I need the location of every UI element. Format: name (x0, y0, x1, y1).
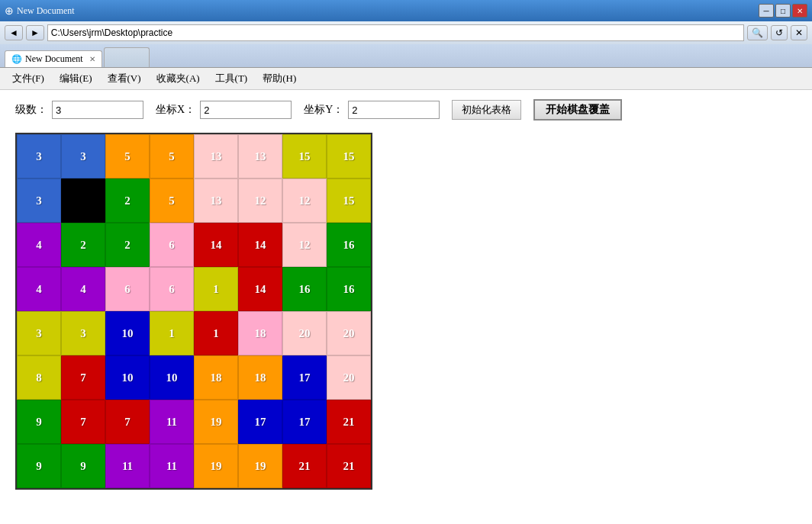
grid-cell[interactable]: 18 (238, 311, 282, 355)
cell-value: 3 (80, 327, 86, 340)
grid-cell[interactable]: 10 (150, 355, 194, 400)
grid-cell[interactable]: 18 (238, 355, 282, 400)
grid-cell[interactable]: 19 (238, 444, 282, 488)
grid-cell[interactable]: 20 (327, 355, 371, 400)
grid-cell[interactable]: 4 (61, 267, 105, 311)
grid-cell[interactable]: 6 (150, 267, 194, 311)
refresh-button[interactable]: ↺ (771, 25, 788, 40)
grid-cell[interactable]: 19 (194, 444, 238, 488)
grid-cell[interactable]: 21 (282, 444, 327, 488)
grid-cell[interactable]: 3 (17, 311, 61, 355)
grid-cell[interactable]: 1 (194, 311, 238, 355)
grid-cell[interactable]: 6 (150, 223, 194, 267)
stop-button[interactable]: ✕ (791, 25, 807, 40)
grid-cell[interactable]: 1 (150, 311, 194, 355)
grid-cell[interactable]: 19 (194, 400, 238, 444)
start-coverage-button[interactable]: 开始棋盘覆盖 (533, 99, 622, 121)
grid-cell[interactable]: 10 (105, 311, 150, 355)
grid-cell[interactable] (61, 178, 105, 223)
grid-cell[interactable]: 15 (282, 134, 327, 178)
grid-cell[interactable]: 7 (61, 400, 105, 444)
grid-cell[interactable]: 2 (105, 178, 150, 223)
grid-cell[interactable]: 5 (150, 134, 194, 178)
grid-cell[interactable]: 20 (327, 311, 371, 355)
grid-cell[interactable]: 12 (238, 178, 282, 223)
grid-cell[interactable]: 3 (17, 134, 61, 178)
maximize-button[interactable]: □ (775, 4, 791, 18)
grid-cell[interactable]: 21 (327, 400, 371, 444)
cell-value: 5 (124, 150, 130, 163)
grid-cell[interactable]: 16 (327, 267, 371, 311)
grid-cell[interactable]: 10 (105, 355, 150, 400)
menu-tools[interactable]: 工具(T) (209, 70, 254, 87)
grid-cell[interactable]: 3 (61, 311, 105, 355)
cell-value: 10 (122, 371, 134, 384)
menu-help[interactable]: 帮助(H) (256, 70, 302, 87)
grid-cell[interactable]: 12 (282, 223, 327, 267)
cell-value: 4 (80, 283, 86, 296)
controls-row: 级数： 坐标X： 坐标Y： 初始化表格 开始棋盘覆盖 (15, 99, 797, 121)
window-controls: ─ □ ✕ (759, 4, 807, 18)
grid-cell[interactable]: 21 (327, 444, 371, 488)
grid-cell[interactable]: 20 (282, 311, 327, 355)
grid-cell[interactable]: 6 (105, 267, 150, 311)
tab-new-document[interactable]: 🌐 New Document ✕ (5, 50, 102, 67)
grid-cell[interactable]: 5 (150, 178, 194, 223)
grid-cell[interactable]: 15 (327, 134, 371, 178)
close-button[interactable]: ✕ (792, 4, 807, 18)
menu-favorites[interactable]: 收藏夹(A) (150, 70, 206, 87)
grid-cell[interactable]: 9 (17, 444, 61, 488)
forward-button[interactable]: ► (26, 25, 44, 40)
grid-cell[interactable]: 14 (194, 223, 238, 267)
menu-view[interactable]: 查看(V) (102, 70, 147, 87)
tab-close-button[interactable]: ✕ (89, 55, 95, 63)
cell-value: 11 (166, 416, 177, 429)
grid-cell[interactable]: 3 (61, 134, 105, 178)
grid-cell[interactable]: 2 (61, 223, 105, 267)
grid-cell[interactable]: 8 (17, 355, 61, 400)
grid-cell[interactable]: 18 (194, 355, 238, 400)
grid-cell[interactable]: 17 (282, 400, 327, 444)
coord-y-input[interactable] (348, 101, 440, 119)
cell-value: 6 (124, 283, 130, 296)
search-button[interactable]: 🔍 (747, 25, 768, 40)
grid-cell[interactable]: 4 (17, 223, 61, 267)
minimize-button[interactable]: ─ (759, 4, 774, 18)
grid-cell[interactable]: 9 (61, 444, 105, 488)
grid-cell[interactable]: 16 (327, 223, 371, 267)
cell-value: 3 (80, 150, 86, 163)
grid-cell[interactable]: 7 (105, 400, 150, 444)
grid-cell[interactable]: 12 (282, 178, 327, 223)
grid-cell[interactable]: 14 (238, 267, 282, 311)
grid-cell[interactable]: 3 (17, 178, 61, 223)
grid-row: 87101018181720 (17, 355, 371, 400)
grid-cell[interactable]: 7 (61, 355, 105, 400)
grid-cell[interactable]: 11 (105, 444, 150, 488)
grid-cell[interactable]: 17 (238, 400, 282, 444)
level-input[interactable] (52, 101, 143, 119)
grid-cell[interactable]: 4 (17, 267, 61, 311)
grid-cell[interactable]: 14 (238, 223, 282, 267)
grid-cell[interactable]: 13 (238, 134, 282, 178)
grid-cell[interactable]: 17 (282, 355, 327, 400)
back-button[interactable]: ◄ (5, 25, 23, 40)
grid-cell[interactable]: 13 (194, 178, 238, 223)
grid-cell[interactable]: 16 (282, 267, 327, 311)
nav-bar: ◄ ► 🔍 ↺ ✕ (0, 21, 812, 44)
grid-cell[interactable]: 1 (194, 267, 238, 311)
coord-x-input[interactable] (200, 101, 292, 119)
menu-file[interactable]: 文件(F) (6, 70, 50, 87)
grid-cell[interactable]: 5 (105, 134, 150, 178)
grid-cell[interactable]: 13 (194, 134, 238, 178)
grid-container: 3355131315153251312121542261414121644661… (15, 133, 372, 490)
grid-cell[interactable]: 11 (150, 444, 194, 488)
init-table-button[interactable]: 初始化表格 (452, 100, 521, 120)
grid-cell[interactable]: 9 (17, 400, 61, 444)
address-input[interactable] (47, 24, 744, 41)
grid-cell[interactable]: 11 (150, 400, 194, 444)
grid-cell[interactable]: 2 (105, 223, 150, 267)
grid-cell[interactable]: 15 (327, 178, 371, 223)
menu-edit[interactable]: 编辑(E) (53, 70, 98, 87)
tab-label: New Document (25, 53, 83, 65)
cell-value: 16 (299, 283, 311, 296)
